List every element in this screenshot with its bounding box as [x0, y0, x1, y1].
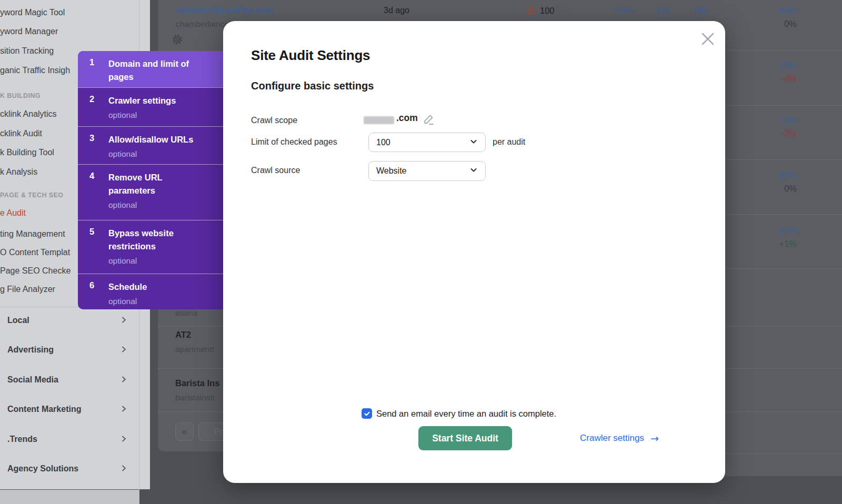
- warning-triangle-icon: [526, 5, 537, 18]
- arrow-right-icon: →: [650, 432, 659, 444]
- site-health-cell: 97% 0%: [760, 169, 797, 195]
- row-divider: [158, 411, 223, 412]
- stepper-step-5-bypass-website-restrictions[interactable]: 5 Bypass website restrictions optional: [78, 220, 223, 274]
- sidebar-item-onpage-seo-checker[interactable]: Page SEO Checke: [0, 266, 71, 276]
- sidebar-item-content-marketing[interactable]: Content Marketing: [7, 405, 81, 414]
- limit-of-checked-pages-label: Limit of checked pages: [251, 137, 337, 147]
- stepper-step-6-schedule[interactable]: 6 Schedule optional: [78, 274, 223, 309]
- stepper-step-4-remove-url-parameters[interactable]: 4 Remove URL parameters optional: [78, 164, 223, 220]
- sidebar-item-link-building-tool[interactable]: k Building Tool: [0, 148, 54, 157]
- check-icon: [364, 410, 370, 417]
- chevron-down-icon: [469, 166, 478, 176]
- sidebar-item-listing-management[interactable]: ting Management: [0, 229, 65, 239]
- sidebar-item-log-file-analyzer[interactable]: g File Analyzer: [0, 285, 55, 294]
- health-percent[interactable]: 80%: [616, 6, 633, 16]
- sidebar-item-agency-solutions[interactable]: Agency Solutions: [7, 464, 78, 473]
- crawl-source-select[interactable]: Website: [368, 161, 486, 181]
- project-domain-link[interactable]: chamberlaincoffee.com: [176, 5, 273, 15]
- screen: asana AT2 apartmentt Barista Ins barista…: [0, 0, 842, 504]
- pagination-prev-button[interactable]: Prev: [198, 422, 223, 441]
- row-divider: [158, 368, 223, 369]
- per-audit-label: per audit: [493, 137, 525, 147]
- stepper-step-1-domain-and-limit[interactable]: 1 Domain and limit of pages: [78, 51, 223, 87]
- crawl-scope-domain-suffix: .com: [396, 113, 418, 124]
- sidebar-item-trends[interactable]: .Trends: [7, 435, 37, 444]
- site-audit-settings-modal: Site Audit Settings Configure basic sett…: [223, 21, 725, 483]
- project-domain-truncated: asana: [175, 308, 197, 318]
- project-domain: apartmentt: [175, 345, 214, 354]
- project-domain: baristainsti: [175, 393, 214, 402]
- sidebar-item-site-audit-active[interactable]: e Audit: [0, 208, 26, 218]
- stepper-step-2-crawler-settings[interactable]: 2 Crawler settings optional: [78, 87, 223, 126]
- site-health-cell: 79% -4%: [760, 59, 797, 85]
- modal-section-heading: Configure basic settings: [251, 80, 374, 92]
- email-checkbox[interactable]: [362, 408, 372, 419]
- last-audit-age: 3d ago: [384, 6, 409, 15]
- sidebar-item-bulk-analysis[interactable]: k Analysis: [0, 167, 37, 177]
- gear-icon[interactable]: [171, 33, 184, 48]
- sidebar-item-backlink-audit[interactable]: cklink Audit: [0, 129, 42, 138]
- modal-title: Site Audit Settings: [251, 47, 370, 64]
- sidebar-item-seo-content-template[interactable]: O Content Templat: [0, 248, 70, 257]
- sidebar-item-position-tracking[interactable]: sition Tracking: [0, 46, 54, 56]
- start-site-audit-button[interactable]: Start Site Audit: [418, 426, 512, 450]
- chevron-right-icon: [120, 316, 127, 324]
- site-health-cell: 97% +1%: [760, 224, 797, 250]
- sidebar-section-link-building: K BUILDING: [0, 92, 41, 99]
- chevron-right-icon: [120, 405, 127, 412]
- stepper-step-3-allow-disallow-urls[interactable]: 3 Allow/disallow URLs optional: [78, 126, 223, 164]
- crawler-settings-link[interactable]: Crawler settings →: [580, 432, 659, 444]
- sidebar-item-social-media[interactable]: Social Media: [7, 375, 58, 385]
- issues-count[interactable]: 604: [694, 6, 708, 16]
- site-audit-wizard-stepper: 1 Domain and limit of pages 2 Crawler se…: [78, 51, 223, 309]
- row-divider: [158, 326, 223, 327]
- sidebar-item-keyword-manager[interactable]: yword Manager: [0, 27, 58, 36]
- chevron-right-icon: [120, 435, 127, 442]
- crawl-scope-label: Crawl scope: [251, 116, 297, 125]
- sidebar-footer-strip: [0, 490, 139, 504]
- close-icon[interactable]: [701, 32, 715, 46]
- sidebar-item-backlink-analytics[interactable]: cklink Analytics: [0, 109, 57, 119]
- sidebar-item-advertising[interactable]: Advertising: [7, 345, 54, 355]
- sidebar-item-keyword-magic-tool[interactable]: yword Magic Tool: [0, 8, 65, 17]
- redacted-domain: [364, 116, 394, 124]
- double-chevron-left-icon: «: [182, 426, 187, 437]
- project-name: Barista Ins: [175, 378, 219, 388]
- edit-pencil-icon[interactable]: [423, 113, 435, 128]
- site-health-cell: 78% -2%: [760, 114, 797, 140]
- sidebar-item-organic-traffic-insights[interactable]: ganic Traffic Insigh: [0, 66, 70, 75]
- limit-of-checked-pages-select[interactable]: 100: [368, 133, 486, 152]
- errors-count: 100/100: [540, 6, 572, 16]
- project-name: AT2: [175, 330, 191, 340]
- sidebar-section-onpage-tech-seo: PAGE & TECH SEO: [0, 191, 63, 199]
- email-checkbox-label: Send an email every time an audit is com…: [376, 409, 556, 419]
- chevron-right-icon: [120, 346, 127, 353]
- chevron-right-icon: [120, 465, 127, 472]
- chevron-right-icon: [120, 376, 127, 383]
- crawl-source-label: Crawl source: [251, 166, 300, 175]
- crawled-pages-count[interactable]: 142: [655, 6, 670, 16]
- sidebar-item-local[interactable]: Local: [7, 316, 29, 325]
- pagination-first-button[interactable]: «: [175, 422, 194, 441]
- chevron-down-icon: [469, 137, 478, 148]
